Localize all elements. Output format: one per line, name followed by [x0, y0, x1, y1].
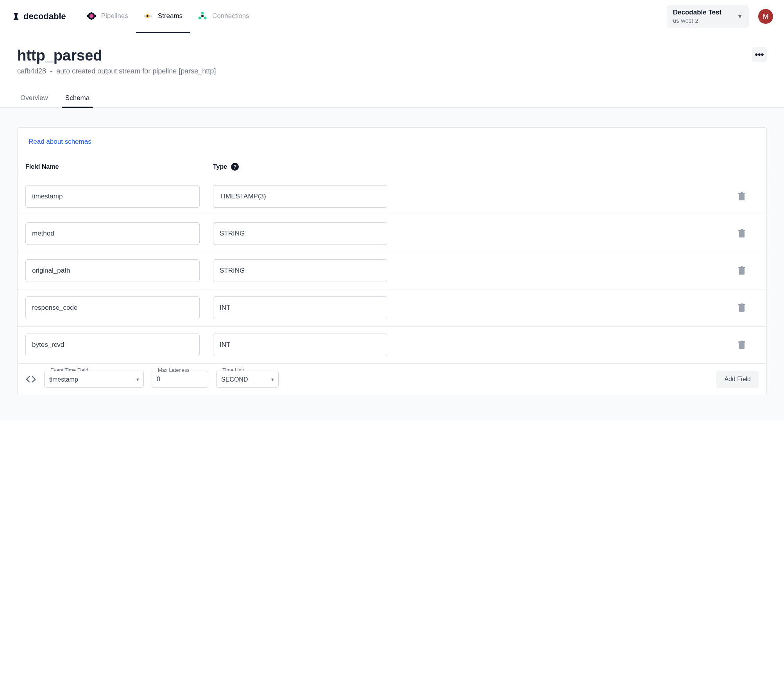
trash-icon	[738, 229, 746, 238]
brand-mark-icon	[11, 11, 21, 21]
svg-rect-14	[738, 193, 745, 194]
code-view-toggle[interactable]	[25, 375, 36, 383]
delete-row-button[interactable]	[737, 228, 747, 239]
tab-schema[interactable]: Schema	[62, 89, 93, 108]
field-type-input[interactable]	[213, 334, 387, 356]
field-name-input[interactable]	[25, 296, 200, 319]
svg-rect-19	[739, 268, 745, 275]
svg-point-11	[204, 17, 207, 20]
svg-rect-26	[738, 341, 745, 343]
svg-rect-22	[739, 305, 745, 312]
code-icon	[25, 375, 36, 383]
time-unit-select[interactable]: SECOND	[216, 371, 279, 388]
top-nav: decodable Pipelines	[0, 0, 784, 33]
schema-card: Read about schemas Field Name Type ?	[17, 127, 767, 395]
schema-help-link[interactable]: Read about schemas	[29, 138, 91, 145]
field-name-input[interactable]	[25, 334, 200, 356]
more-actions-button[interactable]: •••	[752, 47, 767, 62]
field-type-input[interactable]	[213, 185, 387, 208]
field-type-input[interactable]	[213, 259, 387, 282]
help-icon[interactable]: ?	[231, 163, 239, 171]
tab-schema-label: Schema	[65, 94, 89, 102]
separator-dot: ●	[50, 69, 52, 73]
schema-row	[18, 215, 766, 252]
page-header: http_parsed cafb4d28 ● auto created outp…	[0, 33, 784, 75]
add-field-button[interactable]: Add Field	[716, 371, 759, 388]
delete-row-button[interactable]	[737, 340, 747, 350]
connections-icon	[198, 12, 207, 20]
ellipsis-icon: •••	[755, 50, 764, 60]
max-lateness-group: Max Lateness	[152, 371, 208, 388]
svg-rect-5	[94, 15, 96, 17]
nav-connections[interactable]: Connections	[190, 0, 257, 33]
svg-rect-21	[741, 266, 743, 267]
tabs: Overview Schema	[0, 75, 784, 108]
delete-row-button[interactable]	[737, 303, 747, 313]
nav-streams[interactable]: Streams	[136, 0, 190, 33]
svg-rect-27	[741, 341, 743, 341]
svg-rect-4	[87, 15, 89, 17]
avatar-letter: M	[763, 12, 769, 21]
svg-point-12	[201, 15, 204, 17]
account-region: us-west-2	[673, 17, 721, 25]
trash-icon	[738, 192, 746, 201]
svg-rect-24	[741, 303, 743, 304]
brand-logo[interactable]: decodable	[11, 11, 66, 21]
svg-rect-2	[91, 12, 92, 13]
col-header-type: Type	[213, 163, 227, 170]
svg-rect-16	[739, 231, 745, 237]
delete-row-button[interactable]	[737, 191, 747, 202]
field-name-input[interactable]	[25, 185, 200, 208]
page-title: http_parsed	[17, 47, 216, 64]
svg-rect-25	[739, 343, 745, 349]
tab-overview-label: Overview	[20, 94, 48, 102]
nav-pipelines[interactable]: Pipelines	[79, 0, 136, 33]
schema-row	[18, 289, 766, 327]
schema-row	[18, 327, 766, 364]
account-name: Decodable Test	[673, 8, 721, 17]
max-lateness-input[interactable]	[152, 371, 208, 388]
time-unit-group: Time Unit SECOND	[216, 371, 279, 388]
streams-icon	[144, 12, 152, 20]
schema-column-headers: Field Name Type ?	[18, 156, 766, 178]
field-name-input[interactable]	[25, 222, 200, 245]
svg-rect-3	[91, 19, 92, 20]
nav-connections-label: Connections	[212, 12, 249, 20]
nav-streams-label: Streams	[158, 12, 183, 20]
event-time-field-select[interactable]: timestamp	[44, 371, 144, 388]
event-time-field-group: Event Time Field timestamp	[44, 371, 144, 388]
tab-overview[interactable]: Overview	[17, 89, 51, 108]
account-switcher[interactable]: Decodable Test us-west-2 ▼	[667, 5, 749, 28]
field-type-input[interactable]	[213, 296, 387, 319]
stream-id: cafb4d28	[17, 67, 46, 75]
col-header-field-name: Field Name	[25, 163, 213, 170]
field-type-input[interactable]	[213, 222, 387, 245]
avatar[interactable]: M	[758, 9, 773, 24]
svg-point-10	[199, 17, 201, 20]
trash-icon	[738, 341, 746, 349]
delete-row-button[interactable]	[737, 266, 747, 276]
field-name-input[interactable]	[25, 259, 200, 282]
svg-point-9	[201, 12, 204, 15]
trash-icon	[738, 266, 746, 275]
svg-rect-20	[738, 267, 745, 268]
pipelines-icon	[87, 12, 96, 20]
schema-footer: Event Time Field timestamp Max Lateness …	[18, 364, 766, 395]
stream-description: auto created output stream for pipeline …	[56, 67, 216, 75]
svg-rect-13	[739, 194, 745, 200]
schema-row	[18, 252, 766, 289]
svg-point-1	[89, 14, 93, 18]
svg-rect-23	[738, 304, 745, 305]
nav-links: Pipelines Streams Connectio	[79, 0, 257, 33]
svg-point-8	[147, 15, 149, 17]
max-lateness-label: Max Lateness	[156, 367, 191, 373]
schema-row	[18, 178, 766, 215]
trash-icon	[738, 303, 746, 312]
svg-rect-17	[738, 230, 745, 231]
svg-rect-18	[741, 229, 743, 230]
chevron-down-icon: ▼	[737, 13, 743, 20]
svg-rect-15	[741, 192, 743, 193]
brand-text: decodable	[23, 11, 66, 21]
content-area: Read about schemas Field Name Type ?	[0, 108, 784, 420]
nav-pipelines-label: Pipelines	[101, 12, 128, 20]
